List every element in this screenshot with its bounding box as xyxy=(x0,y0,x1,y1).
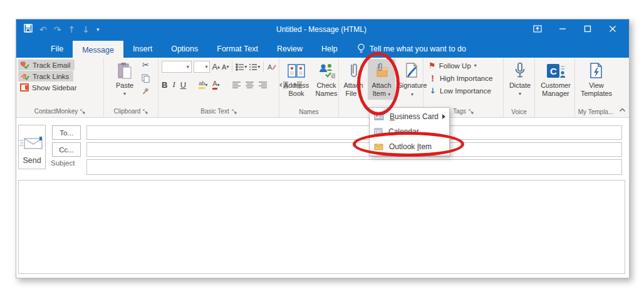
maximize-icon[interactable] xyxy=(575,19,600,38)
view-templates-button[interactable]: View Templates xyxy=(578,59,615,99)
move-up-icon[interactable]: ↑ xyxy=(68,22,75,37)
group-label-names: Names xyxy=(279,108,338,115)
bullets-icon[interactable]: ▾ xyxy=(236,63,247,71)
track-links-button[interactable]: Track Links xyxy=(18,71,73,81)
copy-icon[interactable] xyxy=(142,74,150,83)
font-color-icon[interactable]: A▾ xyxy=(212,80,219,90)
address-book-icon xyxy=(287,63,306,79)
group-label-my-templates: My Templa... xyxy=(575,108,616,115)
paste-caret-icon: ▾ xyxy=(123,90,126,98)
dialog-launcher-icon[interactable] xyxy=(80,108,85,115)
redo-icon[interactable]: ↷ xyxy=(54,22,61,37)
ribbon: Track Email Track Links Show Sidebar Con… xyxy=(16,58,629,118)
view-templates-icon xyxy=(589,62,604,80)
tab-file[interactable]: File xyxy=(41,39,73,58)
move-down-icon[interactable]: ↓ xyxy=(82,22,90,37)
underline-icon[interactable]: U xyxy=(180,80,186,90)
grow-font-icon[interactable]: A▴ xyxy=(212,62,220,71)
align-right-icon[interactable] xyxy=(259,81,267,88)
group-label-voice: Voice xyxy=(504,108,534,115)
follow-up-flag-icon: ⚑ xyxy=(428,61,436,70)
align-left-icon[interactable] xyxy=(232,81,241,88)
tell-me-label: Tell me what you want to do xyxy=(370,45,466,53)
tab-message[interactable]: Message xyxy=(73,41,123,58)
save-icon[interactable] xyxy=(24,22,33,37)
customer-manager-icon: C xyxy=(546,63,565,79)
align-center-icon[interactable] xyxy=(246,81,254,88)
show-sidebar-icon xyxy=(20,83,29,92)
dictate-microphone-icon xyxy=(514,62,526,80)
quick-access-toolbar: ↶ ↷ ↑ ↓ ▾ xyxy=(24,22,99,37)
group-my-templates: View Templates My Templa... xyxy=(575,58,616,117)
group-customer-manager: C Customer Manager xyxy=(535,58,575,117)
numbering-icon[interactable]: ▾ xyxy=(249,63,260,71)
font-name-combo[interactable]: ▾ xyxy=(162,61,192,73)
tab-help[interactable]: Help xyxy=(312,39,347,58)
show-sidebar-button[interactable]: Show Sidebar xyxy=(18,82,81,93)
tab-insert[interactable]: Insert xyxy=(123,39,162,58)
tab-format-text[interactable]: Format Text xyxy=(207,39,267,58)
svg-text:@: @ xyxy=(331,73,335,79)
font-size-combo[interactable]: ▾ xyxy=(194,61,210,73)
annotation-circle-attach-item xyxy=(357,52,400,115)
group-label-contactmonkey: ContactMonkey xyxy=(16,108,103,115)
follow-up-caret-icon: ▾ xyxy=(474,63,477,68)
shrink-font-icon[interactable]: A▾ xyxy=(222,63,229,71)
compose-area: Send To... Cc... Subject xyxy=(16,118,629,278)
track-email-button[interactable]: Track Email xyxy=(18,60,75,70)
close-icon[interactable] xyxy=(600,19,625,38)
format-painter-icon[interactable] xyxy=(142,87,150,95)
dialog-launcher-icon[interactable] xyxy=(143,108,148,115)
follow-up-button[interactable]: ⚑ Follow Up▾ xyxy=(427,60,481,71)
check-names-icon: @ xyxy=(318,63,335,79)
tab-review[interactable]: Review xyxy=(267,39,312,58)
dialog-launcher-icon[interactable] xyxy=(469,108,474,115)
to-input[interactable] xyxy=(86,125,622,140)
window-controls xyxy=(525,19,625,38)
to-button[interactable]: To... xyxy=(52,125,81,140)
attach-file-icon xyxy=(348,62,358,80)
outlook-message-window: ↶ ↷ ↑ ↓ ▾ Untitled - Message (HTML) File… xyxy=(16,19,630,278)
dictate-button[interactable]: Dictate ▾ xyxy=(506,59,534,99)
lightbulb-icon xyxy=(357,43,365,54)
send-button[interactable]: Send xyxy=(18,125,46,169)
svg-text:C: C xyxy=(550,66,557,76)
track-links-icon xyxy=(20,72,29,80)
low-importance-button[interactable]: ↓ Low Importance xyxy=(427,85,496,97)
send-envelope-icon xyxy=(19,136,45,150)
dialog-launcher-icon[interactable] xyxy=(232,108,237,115)
low-importance-icon: ↓ xyxy=(428,87,437,95)
track-email-icon xyxy=(20,61,29,69)
minimize-icon[interactable] xyxy=(550,19,575,38)
signature-caret-icon: ▾ xyxy=(411,92,413,97)
annotation-circle-outlook-item xyxy=(353,132,464,157)
undo-icon[interactable]: ↶ xyxy=(39,22,47,37)
customer-manager-button[interactable]: C Customer Manager xyxy=(536,59,575,99)
paste-icon xyxy=(117,62,132,80)
check-names-button[interactable]: @ Check Names xyxy=(313,59,340,99)
high-importance-icon: ! xyxy=(428,73,437,83)
ribbon-tab-row: File Message Insert Options Format Text … xyxy=(16,39,629,58)
svg-text:A: A xyxy=(267,63,273,71)
subject-label: Subject xyxy=(51,159,75,167)
tab-options[interactable]: Options xyxy=(162,39,207,58)
paste-button[interactable]: Paste ▾ xyxy=(110,59,139,99)
group-label-clipboard: Clipboard xyxy=(104,108,158,115)
subject-input[interactable] xyxy=(86,159,622,175)
high-importance-button[interactable]: ! High Importance xyxy=(427,72,497,85)
message-body[interactable] xyxy=(18,180,625,274)
signature-icon xyxy=(404,62,420,80)
window-title: Untitled - Message (HTML) xyxy=(276,25,366,34)
ribbon-display-options-icon[interactable] xyxy=(525,19,550,38)
bold-icon[interactable]: B xyxy=(162,80,167,90)
italic-icon[interactable]: I xyxy=(172,80,175,90)
dictate-caret-icon: ▾ xyxy=(519,90,521,98)
cc-button[interactable]: Cc... xyxy=(52,142,81,157)
clear-formatting-icon[interactable]: A xyxy=(267,63,276,71)
group-label-basic-text: Basic Text xyxy=(158,108,279,115)
cut-icon[interactable]: ✂ xyxy=(142,60,149,70)
address-book-button[interactable]: Address Book xyxy=(282,59,311,99)
text-highlight-icon[interactable]: ab▾ xyxy=(199,80,207,89)
customize-qat-caret-icon[interactable]: ▾ xyxy=(96,26,100,33)
collapse-ribbon-icon[interactable] xyxy=(619,103,626,115)
